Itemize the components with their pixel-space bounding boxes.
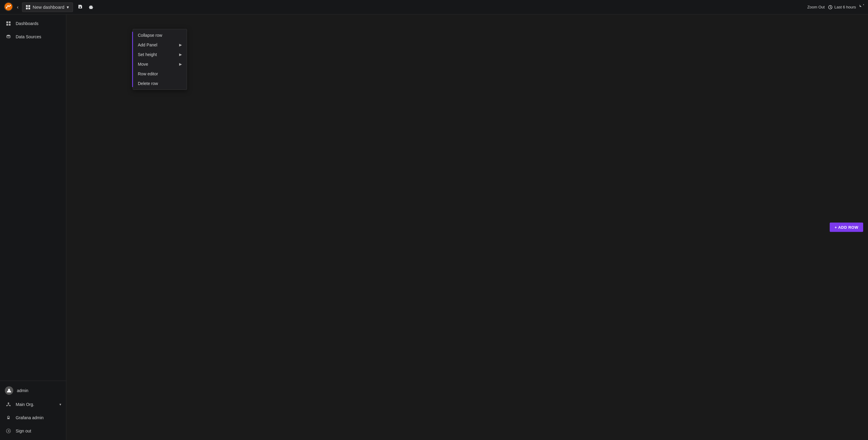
dashboard-title-label: New dashboard	[33, 4, 64, 10]
header: ‹ New dashboard ▾ Zoom Out	[0, 0, 868, 14]
sidebar-item-sign-out[interactable]: Sign out	[0, 424, 66, 438]
dashboard-grid-icon	[26, 5, 30, 9]
menu-item-row-editor[interactable]: Row editor	[133, 69, 187, 79]
dashboard-title-button[interactable]: New dashboard ▾	[22, 2, 73, 12]
grafana-admin-label: Grafana admin	[16, 415, 44, 420]
header-actions	[75, 2, 96, 12]
header-right: Zoom Out Last 6 hours	[807, 4, 864, 10]
sidebar-item-datasources[interactable]: Data Sources	[0, 30, 66, 43]
svg-point-2	[6, 7, 7, 8]
svg-line-17	[7, 405, 7, 405]
sidebar-collapse-button[interactable]: ‹	[14, 3, 21, 11]
row-context-menu: Collapse row Add Panel ▶ Set height ▶ Mo…	[133, 29, 187, 90]
set-height-label: Set height	[138, 52, 157, 57]
refresh-button[interactable]	[860, 4, 864, 10]
org-label: Main Org.	[16, 402, 34, 407]
collapse-row-label: Collapse row	[138, 33, 162, 38]
org-chevron-icon: ▾	[59, 402, 61, 407]
row-editor-label: Row editor	[138, 71, 158, 76]
move-label: Move	[138, 62, 148, 67]
delete-row-label: Delete row	[138, 81, 158, 86]
main-layout: Dashboards Data Sources	[0, 14, 868, 440]
menu-item-add-panel[interactable]: Add Panel ▶	[133, 40, 187, 50]
svg-rect-7	[9, 22, 10, 23]
sign-out-label: Sign out	[16, 429, 31, 433]
settings-button[interactable]	[86, 2, 96, 12]
svg-point-10	[7, 35, 10, 36]
time-range-button[interactable]: Last 6 hours	[828, 5, 856, 9]
menu-item-collapse-row[interactable]: Collapse row	[133, 30, 187, 40]
svg-point-12	[8, 403, 9, 404]
sidebar-bottom: admin Main Org. ▾	[0, 381, 66, 438]
svg-line-18	[9, 405, 10, 405]
dashboards-icon	[5, 20, 12, 27]
user-label: admin	[17, 388, 28, 393]
zoom-out-button[interactable]: Zoom Out	[807, 5, 825, 9]
dropdown-arrow-icon: ▾	[67, 4, 69, 10]
sign-out-icon	[5, 427, 12, 435]
sidebar-item-org[interactable]: Main Org. ▾	[0, 398, 66, 411]
svg-rect-9	[9, 24, 10, 26]
save-button[interactable]	[75, 2, 85, 12]
svg-point-3	[8, 5, 9, 7]
dashboards-label: Dashboards	[16, 21, 39, 26]
sidebar-divider	[0, 43, 66, 381]
menu-item-move[interactable]: Move ▶	[133, 59, 187, 69]
add-row-button[interactable]: + ADD ROW	[830, 223, 863, 232]
content-area: Collapse row Add Panel ▶ Set height ▶ Mo…	[66, 14, 868, 440]
sidebar-item-grafana-admin[interactable]: Grafana admin	[0, 411, 66, 424]
grafana-admin-icon	[5, 414, 12, 421]
sidebar: Dashboards Data Sources	[0, 14, 66, 440]
time-range-label: Last 6 hours	[834, 5, 856, 9]
org-icon	[5, 401, 12, 408]
set-height-arrow-icon: ▶	[179, 53, 182, 57]
grafana-logo[interactable]	[4, 2, 13, 12]
datasources-icon	[5, 33, 12, 40]
datasources-label: Data Sources	[16, 34, 41, 39]
svg-rect-6	[6, 22, 8, 23]
menu-item-set-height[interactable]: Set height ▶	[133, 50, 187, 59]
sidebar-item-user[interactable]: admin	[0, 383, 66, 398]
svg-rect-8	[6, 24, 8, 26]
move-arrow-icon: ▶	[179, 62, 182, 66]
menu-item-delete-row[interactable]: Delete row	[133, 79, 187, 88]
sidebar-item-dashboards[interactable]: Dashboards	[0, 17, 66, 30]
add-panel-label: Add Panel	[138, 42, 157, 47]
user-avatar	[5, 386, 13, 395]
svg-point-4	[10, 5, 11, 6]
add-panel-arrow-icon: ▶	[179, 43, 182, 47]
